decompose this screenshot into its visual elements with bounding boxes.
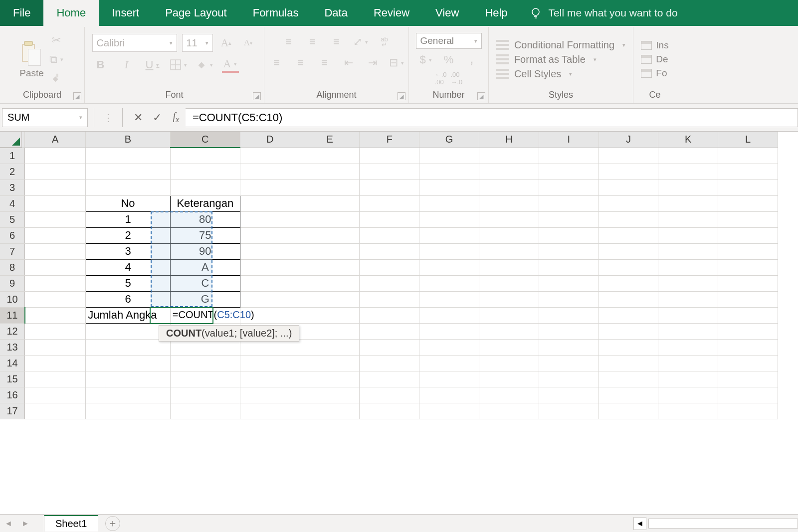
cell-G5[interactable]: [419, 211, 479, 227]
cell-A2[interactable]: [25, 164, 86, 179]
font-size-select[interactable]: 11 ▾: [182, 34, 213, 52]
format-cells-button[interactable]: Fo: [641, 68, 668, 79]
tab-view[interactable]: View: [422, 0, 472, 26]
cell-L9[interactable]: [718, 275, 778, 291]
col-header-I[interactable]: I: [539, 132, 598, 148]
cell-K6[interactable]: [658, 227, 718, 243]
tab-review[interactable]: Review: [361, 0, 422, 26]
cell-C1[interactable]: [170, 148, 240, 164]
cell-I4[interactable]: [539, 195, 598, 211]
cell-A1[interactable]: [25, 148, 86, 164]
tab-formulas[interactable]: Formulas: [240, 0, 312, 26]
cell-A10[interactable]: [25, 291, 86, 307]
tab-help[interactable]: Help: [472, 0, 520, 26]
cell-E17[interactable]: [300, 403, 360, 419]
cell-G3[interactable]: [419, 179, 479, 195]
name-box[interactable]: SUM ▾: [2, 108, 88, 127]
row-header-11[interactable]: 11: [0, 307, 25, 323]
cell-E5[interactable]: [300, 211, 360, 227]
cell-C11[interactable]: =COUNT(C5:C10): [170, 307, 240, 323]
cell-J2[interactable]: [598, 164, 658, 179]
decrease-indent-icon[interactable]: ⇤: [340, 55, 357, 71]
cell-K3[interactable]: [658, 179, 718, 195]
cell-L17[interactable]: [718, 403, 778, 419]
cell-A8[interactable]: [25, 259, 86, 275]
cell-I12[interactable]: [539, 323, 598, 339]
align-top-icon[interactable]: ≡: [280, 34, 297, 50]
row-header-13[interactable]: 13: [0, 339, 25, 355]
cell-D10[interactable]: [240, 291, 300, 307]
cell-C2[interactable]: [170, 164, 240, 179]
col-header-C[interactable]: C: [170, 132, 240, 148]
cell-K13[interactable]: [658, 339, 718, 355]
cell-K1[interactable]: [658, 148, 718, 164]
cell-K12[interactable]: [658, 323, 718, 339]
cell-J17[interactable]: [598, 403, 658, 419]
cell-B4[interactable]: No: [86, 195, 171, 211]
cell-B3[interactable]: [86, 179, 171, 195]
cell-H13[interactable]: [479, 339, 539, 355]
cell-B12[interactable]: [86, 323, 171, 339]
row-header-5[interactable]: 5: [0, 211, 25, 227]
cell-I8[interactable]: [539, 259, 598, 275]
row-header-9[interactable]: 9: [0, 275, 25, 291]
cell-F9[interactable]: [360, 275, 419, 291]
cell-K16[interactable]: [658, 387, 718, 403]
increase-decimal-icon[interactable]: ←.0.00: [435, 71, 447, 86]
cell-D3[interactable]: [240, 179, 300, 195]
cell-F8[interactable]: [360, 259, 419, 275]
col-header-E[interactable]: E: [300, 132, 360, 148]
cell-F2[interactable]: [360, 164, 419, 179]
cell-K5[interactable]: [658, 211, 718, 227]
cell-A17[interactable]: [25, 403, 86, 419]
cell-A14[interactable]: [25, 355, 86, 371]
cell-K11[interactable]: [658, 307, 718, 323]
cell-H11[interactable]: [479, 307, 539, 323]
col-header-L[interactable]: L: [718, 132, 778, 148]
cell-I9[interactable]: [539, 275, 598, 291]
tab-file[interactable]: File: [0, 0, 43, 26]
cell-G6[interactable]: [419, 227, 479, 243]
cell-H14[interactable]: [479, 355, 539, 371]
cell-G13[interactable]: [419, 339, 479, 355]
cell-G2[interactable]: [419, 164, 479, 179]
cell-A4[interactable]: [25, 195, 86, 211]
cell-L12[interactable]: [718, 323, 778, 339]
cell-E9[interactable]: [300, 275, 360, 291]
col-header-A[interactable]: A: [25, 132, 86, 148]
cell-E11[interactable]: [300, 307, 360, 323]
cell-A15[interactable]: [25, 371, 86, 387]
cell-E2[interactable]: [300, 164, 360, 179]
cell-D15[interactable]: [240, 371, 300, 387]
cell-J12[interactable]: [598, 323, 658, 339]
row-header-8[interactable]: 8: [0, 259, 25, 275]
cell-H3[interactable]: [479, 179, 539, 195]
cell-C9[interactable]: C: [170, 275, 240, 291]
cell-F12[interactable]: [360, 323, 419, 339]
cell-I1[interactable]: [539, 148, 598, 164]
cell-K10[interactable]: [658, 291, 718, 307]
cell-C5[interactable]: 80: [170, 211, 240, 227]
cell-F1[interactable]: [360, 148, 419, 164]
cell-G14[interactable]: [419, 355, 479, 371]
cell-I16[interactable]: [539, 387, 598, 403]
cell-L3[interactable]: [718, 179, 778, 195]
cell-F15[interactable]: [360, 371, 419, 387]
cell-F17[interactable]: [360, 403, 419, 419]
cell-H10[interactable]: [479, 291, 539, 307]
col-header-G[interactable]: G: [419, 132, 479, 148]
cell-I7[interactable]: [539, 243, 598, 259]
cell-K15[interactable]: [658, 371, 718, 387]
cell-B11[interactable]: Jumlah Angka: [86, 307, 171, 323]
sheet-nav-prev[interactable]: ◄: [0, 516, 17, 532]
cell-F6[interactable]: [360, 227, 419, 243]
cell-E7[interactable]: [300, 243, 360, 259]
scroll-left-button[interactable]: ◄: [633, 517, 646, 530]
cell-G16[interactable]: [419, 387, 479, 403]
cell-J5[interactable]: [598, 211, 658, 227]
cell-E14[interactable]: [300, 355, 360, 371]
cut-icon[interactable]: ✂: [48, 32, 65, 48]
insert-cells-button[interactable]: Ins: [641, 40, 668, 51]
cell-A7[interactable]: [25, 243, 86, 259]
cell-H16[interactable]: [479, 387, 539, 403]
